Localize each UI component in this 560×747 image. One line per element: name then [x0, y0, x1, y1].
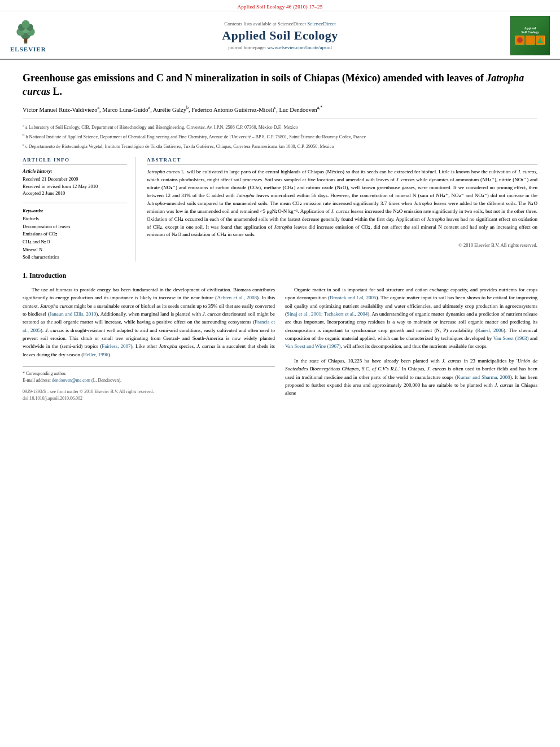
article-info-abstract-columns: ARTICLE INFO Article history: Received 2…	[23, 157, 537, 261]
intro-right-text-1: Organic matter in soil is important for …	[285, 286, 537, 351]
svg-rect-8	[24, 38, 27, 42]
corresponding-author-note: * Corresponding author.	[23, 370, 275, 377]
journal-reference: Applied Soil Ecology 46 (2010) 17–25	[237, 4, 322, 10]
intro-left-text: The use of biomass to provide energy has…	[23, 286, 275, 359]
keywords-label: Keywords:	[23, 208, 127, 213]
introduction-title: 1. Introduction	[23, 272, 537, 280]
article-title: Greenhouse gas emissions and C and N min…	[23, 68, 537, 99]
copyright-notice: © 2010 Elsevier B.V. All rights reserved…	[147, 242, 537, 248]
article-info-heading: ARTICLE INFO	[23, 157, 127, 165]
homepage-line: journal homepage: www.elsevier.com/locat…	[61, 45, 499, 50]
badge-icon-1	[515, 36, 524, 45]
affiliation-b: b b National Institute of Applied Scienc…	[23, 132, 537, 141]
keyword-1: Biofuels	[23, 215, 127, 223]
keywords-block: Keywords: Biofuels Decomposition of leav…	[23, 208, 127, 261]
abstract-column: ABSTRACT Jatropha curcas L. will be cult…	[147, 157, 537, 261]
issn-line: 0929-1393/$ – see front matter © 2010 El…	[23, 388, 275, 395]
keyword-6: Soil characteristics	[23, 254, 127, 261]
history-label: Article history:	[23, 168, 127, 174]
homepage-url: www.elsevier.com/locate/apsoil	[268, 45, 332, 50]
page: Applied Soil Ecology 46 (2010) 17–25 ELS…	[0, 0, 560, 747]
badge-icons	[515, 36, 545, 45]
footnotes-block: * Corresponding author. E-mail address: …	[23, 366, 275, 384]
introduction-section: 1. Introduction The use of biomass to pr…	[23, 272, 537, 403]
keyword-3: Emissions of CO₂	[23, 230, 127, 238]
svg-marker-11	[537, 37, 543, 43]
affiliation-a: a a Laboratory of Soil Ecology, CIB, Dep…	[23, 123, 537, 131]
authors-line: Víctor Manuel Ruíz-Valdiviezoa, Marco Lu…	[23, 104, 537, 114]
journal-title-block: Contents lists available at ScienceDirec…	[61, 21, 499, 50]
received-date: Received 21 December 2009	[23, 176, 127, 183]
keyword-2: Decomposition of leaves	[23, 223, 127, 231]
article-history-block: Article history: Received 21 December 20…	[23, 168, 127, 197]
intro-right-col: Organic matter in soil is important for …	[285, 286, 537, 403]
svg-rect-10	[527, 37, 533, 43]
email-address: dendooven@me.com	[52, 378, 90, 383]
keyword-4: CH₄ and N₂O	[23, 238, 127, 246]
affiliation-c: c c Departamento de Biotecnología Vegeta…	[23, 142, 537, 150]
contents-available-text: Contents lists available at ScienceDirec…	[61, 21, 499, 27]
revised-date: Received in revised form 12 May 2010	[23, 183, 127, 190]
article-info-column: ARTICLE INFO Article history: Received 2…	[23, 157, 135, 261]
keyword-5: Mineral N	[23, 246, 127, 254]
svg-point-9	[517, 37, 523, 43]
accepted-date: Accepted 2 June 2010	[23, 190, 127, 197]
abstract-text: Jatropha curcas L. will be cultivated in…	[147, 168, 537, 239]
elsevier-logo: ELSEVIER	[10, 19, 61, 53]
elsevier-brand-text: ELSEVIER	[10, 46, 46, 53]
article-content: Greenhouse gas emissions and C and N min…	[0, 60, 560, 413]
elsevier-tree-icon	[10, 19, 41, 45]
journal-header-top: Applied Soil Ecology 46 (2010) 17–25	[0, 0, 560, 11]
intro-right-text-2: In the state of Chiapas, 10,225 ha have …	[285, 357, 537, 397]
email-note: E-mail address: dendooven@me.com (L. Den…	[23, 377, 275, 384]
journal-badge-area: AppliedSoil Ecology	[499, 16, 550, 55]
divider	[23, 203, 127, 203]
journal-badge: AppliedSoil Ecology	[510, 16, 550, 55]
intro-left-col: The use of biomass to provide energy has…	[23, 286, 275, 403]
badge-title-text: AppliedSoil Ecology	[521, 27, 539, 34]
affiliations-block: a a Laboratory of Soil Ecology, CIB, Dep…	[23, 119, 537, 150]
svg-point-7	[21, 20, 29, 28]
abstract-heading: ABSTRACT	[147, 157, 537, 165]
footer-copyright: 0929-1393/$ – see front matter © 2010 El…	[23, 388, 275, 402]
header-banner: ELSEVIER Contents lists available at Sci…	[0, 11, 560, 60]
introduction-columns: The use of biomass to provide energy has…	[23, 286, 537, 403]
badge-icon-3	[536, 36, 545, 45]
journal-main-title: Applied Soil Ecology	[61, 28, 499, 43]
badge-icon-2	[526, 36, 535, 45]
doi-line: doi:10.1016/j.apsoil.2010.06.002	[23, 395, 275, 402]
